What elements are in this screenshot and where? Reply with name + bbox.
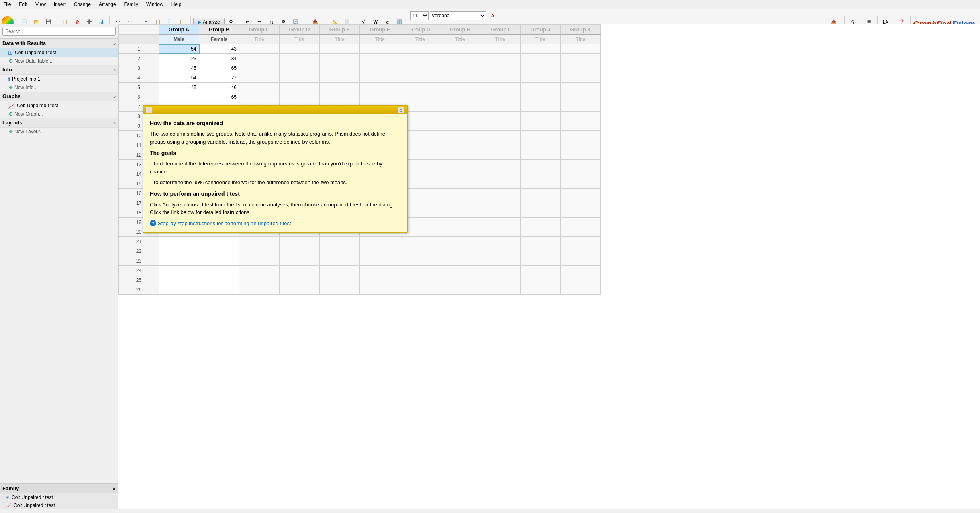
cell-r25-c6[interactable] xyxy=(400,275,440,285)
cell-r23-c4[interactable] xyxy=(320,256,360,266)
cell-r10-c10[interactable] xyxy=(561,131,601,140)
menu-window[interactable]: Window xyxy=(145,1,165,8)
cell-r1-c6[interactable] xyxy=(400,44,440,54)
cell-r26-c9[interactable] xyxy=(521,285,561,295)
cell-r9-c9[interactable] xyxy=(521,121,561,131)
cell-r7-c9[interactable] xyxy=(521,102,561,112)
cell-r4-c3[interactable] xyxy=(280,73,320,83)
col-header-group-a[interactable]: Group A xyxy=(159,25,199,35)
cell-r23-c7[interactable] xyxy=(440,256,480,266)
cell-r18-c10[interactable] xyxy=(561,208,601,218)
cell-r25-c3[interactable] xyxy=(280,275,320,285)
cell-r1-c1[interactable]: 43 xyxy=(199,44,239,54)
cell-r23-c8[interactable] xyxy=(480,256,521,266)
cell-r24-c3[interactable] xyxy=(280,266,320,275)
cell-r4-c8[interactable] xyxy=(480,73,521,83)
cell-r21-c7[interactable] xyxy=(440,237,480,246)
cell-r8-c10[interactable] xyxy=(561,112,601,121)
cell-r19-c10[interactable] xyxy=(561,218,601,227)
menu-change[interactable]: Change xyxy=(72,1,92,8)
cell-r21-c9[interactable] xyxy=(521,237,561,246)
cell-r24-c0[interactable] xyxy=(159,266,199,275)
col-subheader-group-a[interactable]: Male xyxy=(159,35,199,44)
cell-r24-c1[interactable] xyxy=(199,266,239,275)
col-header-group-e[interactable]: Group E xyxy=(320,25,360,35)
font-name-select[interactable]: Verdana xyxy=(430,11,486,20)
cell-r18-c9[interactable] xyxy=(521,208,561,218)
cell-r20-c7[interactable] xyxy=(440,227,480,237)
cell-r11-c10[interactable] xyxy=(561,140,601,150)
cell-r24-c6[interactable] xyxy=(400,266,440,275)
cell-r11-c9[interactable] xyxy=(521,140,561,150)
cell-r24-c5[interactable] xyxy=(360,266,400,275)
cell-r2-c10[interactable] xyxy=(561,54,601,63)
info-box-titlebar[interactable]: _ □ xyxy=(143,106,407,114)
menu-file[interactable]: File xyxy=(2,1,12,8)
cell-r19-c8[interactable] xyxy=(480,218,521,227)
cell-r5-c10[interactable] xyxy=(561,83,601,92)
cell-r3-c9[interactable] xyxy=(521,63,561,73)
cell-r1-c5[interactable] xyxy=(360,44,400,54)
sidebar-item-col-unpaired-t-test-data[interactable]: ⊞ Col: Unpaired t test xyxy=(0,48,118,57)
cell-r5-c0[interactable]: 45 xyxy=(159,83,199,92)
cell-r22-c9[interactable] xyxy=(521,246,561,256)
cell-r24-c8[interactable] xyxy=(480,266,521,275)
cell-r1-c0[interactable]: 54 xyxy=(159,44,199,54)
cell-r15-c9[interactable] xyxy=(521,179,561,189)
cell-r24-c2[interactable] xyxy=(239,266,280,275)
search-input[interactable] xyxy=(2,27,116,36)
cell-r19-c7[interactable] xyxy=(440,218,480,227)
cell-r12-c8[interactable] xyxy=(480,150,521,160)
cell-r22-c2[interactable] xyxy=(239,246,280,256)
section-expand-data[interactable]: » xyxy=(113,41,116,46)
cell-r5-c5[interactable] xyxy=(360,83,400,92)
cell-r10-c9[interactable] xyxy=(521,131,561,140)
cell-r25-c4[interactable] xyxy=(320,275,360,285)
cell-r22-c10[interactable] xyxy=(561,246,601,256)
col-header-group-g[interactable]: Group G xyxy=(400,25,440,35)
cell-r2-c2[interactable] xyxy=(239,54,280,63)
cell-r11-c8[interactable] xyxy=(480,140,521,150)
info-step-by-step-link[interactable]: ? Step-by-step instructions for performi… xyxy=(150,220,400,228)
sidebar-add-info[interactable]: ⊕ New Info... xyxy=(0,83,118,92)
cell-r3-c3[interactable] xyxy=(280,63,320,73)
col-subheader-group-d[interactable]: Title xyxy=(280,35,320,44)
cell-r22-c3[interactable] xyxy=(280,246,320,256)
cell-r2-c1[interactable]: 34 xyxy=(199,54,239,63)
cell-r24-c10[interactable] xyxy=(561,266,601,275)
sidebar-add-graph[interactable]: ⊕ New Graph... xyxy=(0,110,118,118)
cell-r5-c2[interactable] xyxy=(239,83,280,92)
cell-r5-c9[interactable] xyxy=(521,83,561,92)
cell-r25-c7[interactable] xyxy=(440,275,480,285)
col-header-group-i[interactable]: Group I xyxy=(480,25,521,35)
cell-r1-c2[interactable] xyxy=(239,44,280,54)
cell-r17-c8[interactable] xyxy=(480,198,521,208)
cell-r25-c8[interactable] xyxy=(480,275,521,285)
cell-r23-c0[interactable] xyxy=(159,256,199,266)
cell-r4-c2[interactable] xyxy=(239,73,280,83)
family-expand-btn[interactable]: » xyxy=(113,485,116,491)
cell-r5-c7[interactable] xyxy=(440,83,480,92)
cell-r22-c7[interactable] xyxy=(440,246,480,256)
cell-r24-c9[interactable] xyxy=(521,266,561,275)
cell-r9-c10[interactable] xyxy=(561,121,601,131)
cell-r6-c1[interactable]: 65 xyxy=(199,92,239,102)
cell-r15-c8[interactable] xyxy=(480,179,521,189)
cell-r8-c7[interactable] xyxy=(440,112,480,121)
font-size-select[interactable]: 11 xyxy=(410,11,429,20)
cell-r4-c9[interactable] xyxy=(521,73,561,83)
cell-r2-c7[interactable] xyxy=(440,54,480,63)
cell-r24-c7[interactable] xyxy=(440,266,480,275)
col-subheader-group-j[interactable]: Title xyxy=(521,35,561,44)
cell-r13-c10[interactable] xyxy=(561,160,601,169)
cell-r25-c9[interactable] xyxy=(521,275,561,285)
cell-r19-c9[interactable] xyxy=(521,218,561,227)
info-box-restore[interactable]: □ xyxy=(398,107,404,113)
cell-r4-c10[interactable] xyxy=(561,73,601,83)
cell-r5-c1[interactable]: 46 xyxy=(199,83,239,92)
cell-r17-c7[interactable] xyxy=(440,198,480,208)
cell-r14-c10[interactable] xyxy=(561,169,601,179)
cell-r25-c1[interactable] xyxy=(199,275,239,285)
cell-r26-c4[interactable] xyxy=(320,285,360,295)
cell-r14-c7[interactable] xyxy=(440,169,480,179)
